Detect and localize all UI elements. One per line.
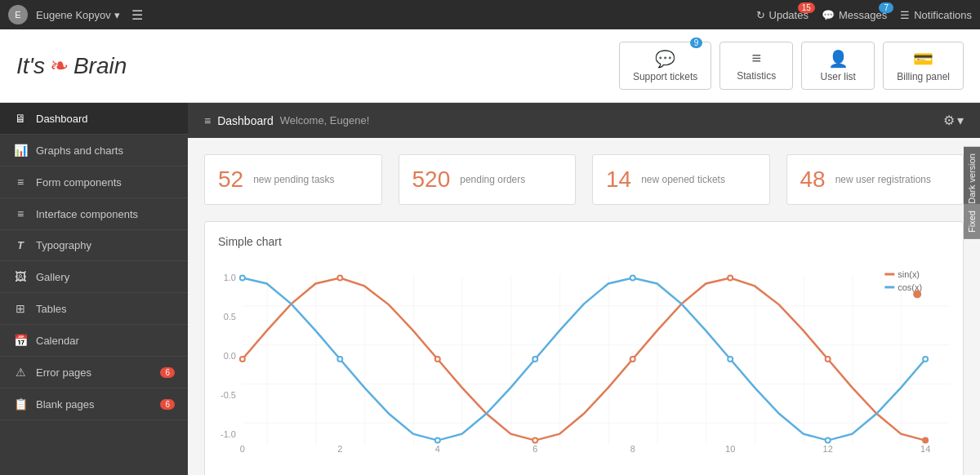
- stat-number: 14: [606, 166, 631, 193]
- sidebar-item-label: Gallery: [36, 271, 69, 283]
- sidebar-item-typography[interactable]: T Typography: [0, 230, 188, 261]
- cos-point: [435, 438, 440, 443]
- user-list-label: User list: [821, 71, 856, 82]
- welcome-message: Welcome, Eugene!: [280, 114, 370, 127]
- sidebar-item-tables[interactable]: ⊞ Tables: [0, 293, 188, 325]
- sidebar-item-label: Interface components: [36, 208, 138, 220]
- sin-point: [337, 275, 342, 280]
- notifications-button[interactable]: ☰ Notifications: [900, 9, 972, 21]
- top-nav-right: ↻ Updates 15 💬 Messages 7 ☰ Notification…: [756, 9, 972, 21]
- logo-text-before: It's: [16, 53, 45, 79]
- stat-label: new pending tasks: [253, 174, 334, 185]
- sidebar-item-forms[interactable]: ≡ Form components: [0, 166, 188, 198]
- warning-icon: ⚠: [13, 366, 28, 379]
- svg-text:6: 6: [532, 444, 537, 454]
- stat-label: pending orders: [460, 174, 525, 185]
- sin-point: [923, 438, 928, 443]
- billing-panel-label: Billing panel: [897, 71, 950, 82]
- support-badge: 9: [690, 38, 703, 48]
- chart-title: Simple chart: [218, 235, 950, 248]
- chart-svg: 1.0 0.5 0.0 -0.5 -1.0 0 2 4 6 8 10 12 14: [218, 258, 950, 470]
- error-badge: 6: [160, 367, 175, 378]
- stat-number: 48: [800, 166, 826, 193]
- billing-panel-button[interactable]: 💳 Billing panel: [883, 42, 964, 90]
- simple-chart-section: Simple chart 1.0 0.5 0.0 -0.5 -1.0: [204, 221, 964, 475]
- sidebar: 🖥 Dashboard 📊 Graphs and charts ≡ Form c…: [0, 103, 188, 475]
- sidebar-item-gallery[interactable]: 🖼 Gallery: [0, 261, 188, 293]
- stat-label: new opened tickets: [641, 174, 725, 185]
- hamburger-icon[interactable]: ☰: [128, 4, 146, 26]
- sin-legend-label: sin(x): [898, 269, 920, 279]
- sidebar-item-blank[interactable]: 📋 Blank pages 6: [0, 388, 188, 420]
- sin-point: [435, 357, 440, 362]
- statistics-button[interactable]: ≡ Statistics: [719, 42, 793, 90]
- stat-card-pending-orders: 520 pending orders: [399, 154, 577, 205]
- updates-button[interactable]: ↻ Updates 15: [756, 9, 808, 21]
- statistics-label: Statistics: [737, 70, 776, 82]
- sidebar-item-interface[interactable]: ≡ Interface components: [0, 198, 188, 230]
- svg-text:-0.5: -0.5: [220, 390, 236, 400]
- chevron-down-icon: ▾: [114, 9, 120, 21]
- svg-text:8: 8: [630, 444, 635, 454]
- main-layout: 🖥 Dashboard 📊 Graphs and charts ≡ Form c…: [0, 103, 980, 475]
- svg-text:1.0: 1.0: [224, 273, 236, 282]
- message-icon: 💬: [822, 9, 835, 21]
- header-actions: 9 💬 Support tickets ≡ Statistics 👤 User …: [619, 42, 964, 90]
- refresh-icon: ↻: [756, 9, 765, 21]
- gallery-icon: 🖼: [13, 270, 28, 283]
- dark-version-tab[interactable]: Dark version: [964, 147, 980, 211]
- sin-legend-color: [884, 273, 894, 275]
- chart-icon: 📊: [13, 144, 28, 157]
- svg-text:-1.0: -1.0: [220, 429, 236, 439]
- stat-label: new user registrations: [835, 174, 931, 185]
- cos-point: [532, 357, 537, 362]
- sin-point: [826, 357, 831, 362]
- settings-button[interactable]: ⚙ ▾: [943, 113, 964, 128]
- sidebar-item-label: Blank pages: [36, 398, 95, 411]
- interface-icon: ≡: [13, 207, 28, 220]
- sin-point: [728, 275, 733, 280]
- blank-badge: 6: [160, 399, 175, 410]
- desktop-icon: 🖥: [13, 112, 28, 125]
- svg-text:4: 4: [435, 444, 440, 454]
- sin-point: [630, 357, 635, 362]
- chart-container: 1.0 0.5 0.0 -0.5 -1.0 0 2 4 6 8 10 12 14: [218, 258, 950, 470]
- sin-point: [532, 438, 537, 443]
- content-header-title: ≡ Dashboard Welcome, Eugene!: [204, 114, 369, 127]
- menu-lines-icon: ≡: [204, 114, 211, 127]
- blank-icon: 📋: [13, 397, 28, 411]
- svg-text:10: 10: [725, 444, 735, 454]
- user-icon: 👤: [815, 49, 861, 69]
- sidebar-item-label: Graphs and charts: [36, 144, 123, 157]
- cos-legend-end-dot: [913, 290, 921, 298]
- logo-text-after: Brain: [74, 53, 127, 79]
- sidebar-item-label: Tables: [36, 303, 67, 315]
- sidebar-item-error[interactable]: ⚠ Error pages 6: [0, 357, 188, 388]
- fixed-tab[interactable]: Fixed: [964, 204, 980, 239]
- svg-text:0.0: 0.0: [224, 351, 236, 361]
- cos-point: [240, 275, 245, 280]
- logo: It's ❧ Brain: [16, 52, 127, 79]
- content-header: ≡ Dashboard Welcome, Eugene! ⚙ ▾: [188, 103, 980, 138]
- notifications-label: Notifications: [914, 9, 972, 21]
- user-name: Eugene Kopyov: [36, 9, 111, 21]
- stat-number: 52: [218, 166, 243, 193]
- user-menu[interactable]: Eugene Kopyov ▾: [36, 9, 120, 21]
- sidebar-item-calendar[interactable]: 📅 Calendar: [0, 325, 188, 357]
- page-title: Dashboard: [217, 114, 274, 127]
- messages-button[interactable]: 💬 Messages 7: [822, 9, 887, 21]
- cos-point: [923, 357, 928, 362]
- sidebar-item-graphs[interactable]: 📊 Graphs and charts: [0, 135, 188, 166]
- cos-point: [826, 438, 831, 443]
- svg-text:0: 0: [240, 444, 245, 454]
- stat-card-opened-tickets: 14 new opened tickets: [592, 154, 770, 205]
- svg-text:0.5: 0.5: [224, 312, 236, 322]
- stat-number: 520: [412, 166, 451, 193]
- user-list-button[interactable]: 👤 User list: [801, 42, 875, 90]
- support-tickets-button[interactable]: 9 💬 Support tickets: [619, 42, 711, 90]
- svg-rect-0: [243, 274, 950, 445]
- sidebar-item-dashboard[interactable]: 🖥 Dashboard: [0, 103, 188, 135]
- calendar-icon: 📅: [13, 334, 28, 347]
- stat-card-user-registrations: 48 new user registrations: [786, 154, 964, 205]
- cos-legend-color: [884, 286, 894, 288]
